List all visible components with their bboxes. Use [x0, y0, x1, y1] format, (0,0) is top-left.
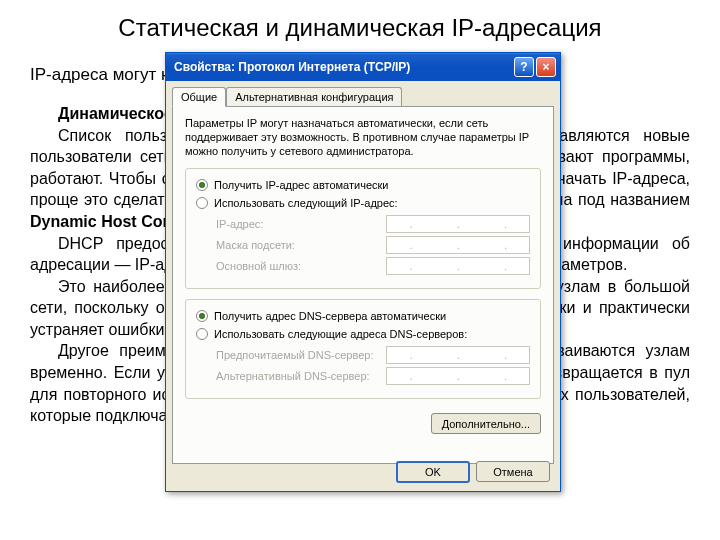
radio-ip-manual[interactable]: Использовать следующий IP-адрес:: [196, 197, 530, 209]
radio-icon: [196, 197, 208, 209]
ok-button[interactable]: OK: [396, 461, 470, 483]
close-button[interactable]: ×: [536, 57, 556, 77]
tab-general[interactable]: Общие: [172, 87, 226, 107]
radio-icon: [196, 310, 208, 322]
radio-label: Получить IP-адрес автоматически: [214, 179, 388, 191]
field-label: Альтернативный DNS-сервер:: [216, 370, 386, 382]
titlebar[interactable]: Свойства: Протокол Интернета (TCP/IP) ? …: [166, 53, 560, 81]
description-text: Параметры IP могут назначаться автоматич…: [185, 117, 541, 158]
ip-address-group: Получить IP-адрес автоматически Использо…: [185, 168, 541, 289]
radio-label: Получить адрес DNS-сервера автоматически: [214, 310, 446, 322]
field-label: Основной шлюз:: [216, 260, 386, 272]
field-gateway: Основной шлюз: ...: [216, 257, 530, 275]
field-label: IP-адрес:: [216, 218, 386, 230]
radio-label: Использовать следующие адреса DNS-сервер…: [214, 328, 467, 340]
field-label: Предпочитаемый DNS-сервер:: [216, 349, 386, 361]
radio-dns-auto[interactable]: Получить адрес DNS-сервера автоматически: [196, 310, 530, 322]
field-ip-address: IP-адрес: ...: [216, 215, 530, 233]
radio-icon: [196, 179, 208, 191]
dns-alt-input: ...: [386, 367, 530, 385]
dialog-footer: OK Отмена: [396, 461, 550, 483]
field-label: Маска подсети:: [216, 239, 386, 251]
radio-icon: [196, 328, 208, 340]
tab-alt-config[interactable]: Альтернативная конфигурация: [226, 87, 402, 106]
field-dns-pref: Предпочитаемый DNS-сервер: ...: [216, 346, 530, 364]
help-button[interactable]: ?: [514, 57, 534, 77]
advanced-button[interactable]: Дополнительно...: [431, 413, 541, 434]
ip-input: ...: [386, 215, 530, 233]
radio-dns-manual[interactable]: Использовать следующие адреса DNS-сервер…: [196, 328, 530, 340]
radio-ip-auto[interactable]: Получить IP-адрес автоматически: [196, 179, 530, 191]
dns-group: Получить адрес DNS-сервера автоматически…: [185, 299, 541, 399]
tcpip-properties-dialog: Свойства: Протокол Интернета (TCP/IP) ? …: [165, 52, 561, 492]
field-dns-alt: Альтернативный DNS-сервер: ...: [216, 367, 530, 385]
gateway-input: ...: [386, 257, 530, 275]
page-title: Статическая и динамическая IP-адресация: [0, 0, 720, 50]
field-subnet-mask: Маска подсети: ...: [216, 236, 530, 254]
radio-label: Использовать следующий IP-адрес:: [214, 197, 398, 209]
tab-strip: Общие Альтернативная конфигурация: [166, 81, 560, 106]
tab-pane-general: Параметры IP могут назначаться автоматич…: [172, 106, 554, 464]
cancel-button[interactable]: Отмена: [476, 461, 550, 482]
dns-pref-input: ...: [386, 346, 530, 364]
dialog-title: Свойства: Протокол Интернета (TCP/IP): [174, 60, 512, 74]
mask-input: ...: [386, 236, 530, 254]
